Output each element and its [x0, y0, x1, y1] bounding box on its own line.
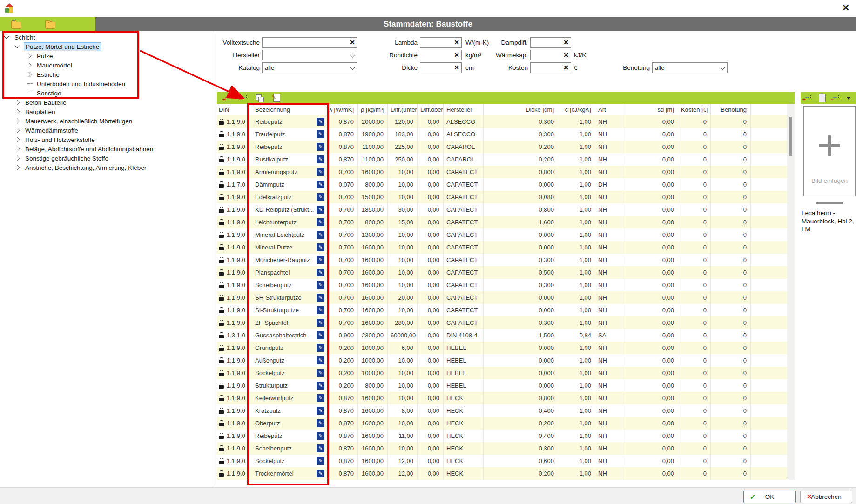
- table-cell[interactable]: 1,00: [558, 392, 595, 404]
- edit-pencil-button[interactable]: ✎: [317, 331, 324, 339]
- table-cell[interactable]: 0,700: [326, 241, 358, 254]
- tree-item[interactable]: Mauerwerk, einschließlich Mörtelfugen: [0, 117, 209, 126]
- image-add-button[interactable]: → + ⋮: [802, 93, 815, 103]
- table-cell[interactable]: 1600,00: [358, 266, 388, 279]
- table-cell[interactable]: 0,870: [326, 467, 358, 480]
- tree-item[interactable]: Bauplatten: [0, 108, 209, 117]
- table-cell[interactable]: 0,00: [622, 329, 678, 342]
- table-cell[interactable]: 0,800: [484, 166, 558, 178]
- table-row[interactable]: 1.1.9.0Kratzputz✎0,8701600,008,000,00HEC…: [217, 404, 787, 417]
- table-cell[interactable]: 0: [678, 342, 711, 354]
- table-cell[interactable]: 1,00: [558, 128, 595, 141]
- table-cell[interactable]: 1.1.9.0: [217, 241, 249, 254]
- table-cell[interactable]: 0: [678, 166, 711, 178]
- table-cell[interactable]: NH: [595, 354, 622, 367]
- table-cell[interactable]: 0,00: [418, 191, 444, 203]
- table-row[interactable]: 1.1.9.0ZF-Spachtel✎0,7001600,00280,000,0…: [217, 316, 787, 329]
- table-cell[interactable]: 0,200: [326, 367, 358, 379]
- column-header[interactable]: Hersteller: [444, 104, 484, 115]
- edit-pencil-button[interactable]: ✎: [317, 294, 324, 302]
- edit-pencil-button[interactable]: ✎: [317, 432, 324, 440]
- edit-pencil-button[interactable]: ✎: [317, 231, 324, 239]
- table-cell[interactable]: 0,070: [326, 178, 358, 191]
- edit-pencil-button[interactable]: ✎: [317, 394, 324, 402]
- table-cell[interactable]: 1600,00: [358, 279, 388, 291]
- table-cell[interactable]: 0: [678, 455, 711, 467]
- table-cell[interactable]: Sockelputz✎: [249, 455, 326, 467]
- table-cell[interactable]: 1.1.7.0: [217, 178, 249, 191]
- table-cell[interactable]: 10,00: [388, 279, 418, 291]
- table-cell[interactable]: NH: [595, 166, 622, 178]
- table-cell[interactable]: 0: [711, 329, 751, 342]
- tree-item-label[interactable]: Bauplatten: [24, 108, 57, 117]
- table-cell[interactable]: Trockenmörtel✎: [249, 467, 326, 480]
- table-cell[interactable]: CAPATECT: [444, 228, 484, 241]
- table-cell[interactable]: 11,00: [388, 430, 418, 442]
- table-cell[interactable]: NH: [595, 455, 622, 467]
- table-cell[interactable]: 1600,00: [358, 404, 388, 417]
- image-menu-button[interactable]: [843, 93, 856, 103]
- table-cell[interactable]: 0,300: [484, 128, 558, 141]
- table-cell[interactable]: 0,000: [484, 354, 558, 367]
- table-cell[interactable]: 0: [711, 279, 751, 291]
- table-cell[interactable]: 0: [678, 241, 711, 254]
- table-cell[interactable]: 1,00: [558, 304, 595, 316]
- tree-item-label[interactable]: Wärmedämmstoffe: [24, 126, 80, 135]
- table-cell[interactable]: 1.1.9.0: [217, 430, 249, 442]
- tree-item[interactable]: Schicht: [0, 33, 209, 42]
- remove-entry-button[interactable]: ← − ⋮: [238, 93, 250, 103]
- chevron-right-icon[interactable]: [26, 62, 31, 67]
- chevron-right-icon[interactable]: [14, 100, 20, 105]
- table-cell[interactable]: 0,00: [622, 404, 678, 417]
- table-cell[interactable]: 1600,00: [358, 291, 388, 304]
- edit-pencil-button[interactable]: ✎: [317, 118, 324, 126]
- table-cell[interactable]: HEBEL: [444, 367, 484, 379]
- table-cell[interactable]: 0,00: [622, 166, 678, 178]
- table-cell[interactable]: 0: [678, 316, 711, 329]
- table-cell[interactable]: 0: [678, 291, 711, 304]
- table-cell[interactable]: 1,00: [558, 404, 595, 417]
- table-cell[interactable]: 0,00: [622, 354, 678, 367]
- vertical-scrollbar[interactable]: [787, 104, 795, 480]
- tree-item[interactable]: Beläge, Abdichtstoffe und Abdichtungsbah…: [0, 145, 209, 154]
- table-cell[interactable]: 0,00: [418, 467, 444, 480]
- table-cell[interactable]: CAPATECT: [444, 191, 484, 203]
- table-cell[interactable]: 0: [711, 430, 751, 442]
- table-cell[interactable]: 0,00: [622, 467, 678, 480]
- table-cell[interactable]: Leichtunterputz✎: [249, 216, 326, 228]
- table-cell[interactable]: ZF-Spachtel✎: [249, 316, 326, 329]
- table-cell[interactable]: 0,00: [622, 316, 678, 329]
- catalog-select[interactable]: alle: [262, 62, 357, 73]
- table-cell[interactable]: 0,00: [622, 228, 678, 241]
- table-cell[interactable]: HEBEL: [444, 342, 484, 354]
- table-cell[interactable]: 1.1.9.0: [217, 392, 249, 404]
- table-cell[interactable]: HECK: [444, 417, 484, 430]
- table-cell[interactable]: CAPAROL: [444, 141, 484, 153]
- table-cell[interactable]: 10,00: [388, 442, 418, 455]
- table-cell[interactable]: 1600,00: [358, 304, 388, 316]
- image-paste-button[interactable]: [816, 93, 829, 103]
- table-cell[interactable]: 6,00: [388, 342, 418, 354]
- table-cell[interactable]: 0,00: [418, 141, 444, 153]
- table-cell[interactable]: 0: [711, 304, 751, 316]
- column-header[interactable]: Kosten [€]: [678, 104, 711, 115]
- table-row[interactable]: 1.1.9.0Edelkratzputz✎0,7001500,0010,000,…: [217, 191, 787, 203]
- table-row[interactable]: 1.1.9.0Mineral-Putze✎0,7001600,0010,000,…: [217, 241, 787, 254]
- table-cell[interactable]: 1.1.9.0: [217, 228, 249, 241]
- edit-pencil-button[interactable]: ✎: [317, 369, 324, 377]
- table-cell[interactable]: CAPATECT: [444, 316, 484, 329]
- table-cell[interactable]: NH: [595, 153, 622, 166]
- table-cell[interactable]: Scheibenputz✎: [249, 442, 326, 455]
- table-cell[interactable]: 0,000: [484, 304, 558, 316]
- table-cell[interactable]: 1600,00: [358, 442, 388, 455]
- table-cell[interactable]: 0: [711, 191, 751, 203]
- table-cell[interactable]: 0,00: [622, 266, 678, 279]
- table-cell[interactable]: 0,00: [622, 291, 678, 304]
- table-cell[interactable]: 1.1.9.0: [217, 367, 249, 379]
- table-cell[interactable]: 0,00: [622, 254, 678, 266]
- table-cell[interactable]: 0,00: [622, 178, 678, 191]
- table-cell[interactable]: 60000,00: [388, 329, 418, 342]
- table-cell[interactable]: 0,080: [484, 191, 558, 203]
- tree-item[interactable]: Sonstige gebräuchliche Stoffe: [0, 154, 209, 163]
- table-cell[interactable]: 0: [711, 203, 751, 216]
